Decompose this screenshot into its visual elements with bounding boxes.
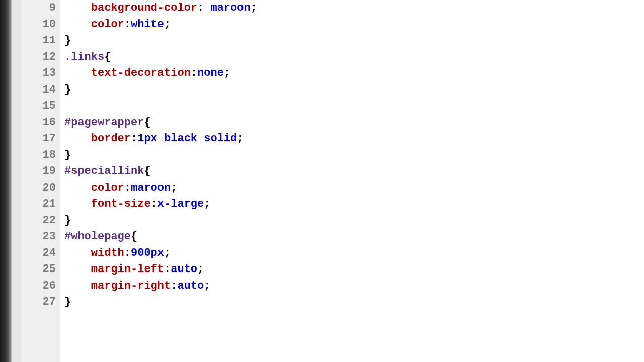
code-line[interactable] [64,98,644,115]
code-line[interactable]: #speciallink{ [64,163,644,180]
code-token: { [131,230,137,243]
code-token: ; [204,198,210,210]
code-token: : [124,18,131,31]
code-line[interactable]: font-size:x-large; [64,196,644,213]
line-number: 16 [21,115,60,131]
code-token: } [64,83,71,96]
code-token: : [131,132,137,145]
code-token [197,132,204,145]
line-number: 20 [21,180,60,197]
code-token: : [164,263,171,276]
code-line[interactable]: border:1px black solid; [64,131,644,147]
code-line[interactable]: background-color: maroon; [64,0,644,17]
line-number: 25 [21,261,60,278]
code-token: x-large [157,198,204,210]
code-token: background-color [91,2,197,14]
code-token: ; [224,67,230,79]
code-token: : [197,2,210,14]
code-line[interactable]: margin-right:auto; [64,278,644,295]
line-number: 26 [21,278,60,295]
code-token: maroon [210,2,250,14]
code-line[interactable]: } [64,82,644,99]
code-token: width [91,247,124,259]
line-number: 13 [21,65,60,82]
code-token: color [91,182,124,194]
code-token: auto [171,263,197,276]
code-token: : [171,280,177,292]
code-token: auto [177,280,204,292]
code-line[interactable]: text-decoration:none; [64,65,644,82]
code-line[interactable]: } [64,147,644,164]
code-token: margin-left [91,263,164,276]
code-token: none [197,67,224,79]
code-token: { [144,165,150,177]
code-token: : [124,247,131,259]
code-token: : [151,198,157,210]
line-number: 23 [21,229,60,245]
code-line[interactable]: margin-left:auto; [64,261,644,278]
code-token: maroon [131,182,171,194]
line-number: 14 [21,82,60,99]
code-token: } [64,296,71,308]
line-number: 24 [21,245,60,262]
code-token: ; [164,18,171,31]
line-number-gutter: 9101112131415161718192021222324252627 [21,0,60,362]
line-number: 22 [21,213,60,229]
code-token: solid [204,132,237,145]
code-line[interactable]: color:white; [64,17,644,33]
code-token: ; [251,2,257,14]
code-token: border [91,132,131,145]
code-token: #pagewrapper [64,116,144,129]
code-token: } [64,214,71,227]
code-editor: 9101112131415161718192021222324252627 ba… [0,0,644,362]
line-number: 27 [21,294,60,311]
code-token: : [124,182,131,194]
code-token: ; [197,263,204,276]
window-chrome-strip [0,0,12,362]
line-number: 11 [21,33,60,49]
code-token: } [64,34,71,47]
code-token: ; [204,280,210,292]
code-token: : [191,67,197,79]
code-area[interactable]: background-color: maroon;color:white;}.l… [60,0,644,362]
code-token: { [104,51,111,63]
line-number: 19 [21,163,60,180]
code-line[interactable]: width:900px; [64,245,644,262]
line-number: 9 [21,0,60,17]
code-line[interactable]: } [64,294,644,311]
code-token: 900px [131,247,164,259]
code-line[interactable]: } [64,213,644,229]
line-number: 12 [21,49,60,66]
code-line[interactable]: } [64,33,644,49]
code-token: ; [164,247,171,259]
code-line[interactable]: .links{ [64,49,644,66]
line-number: 21 [21,196,60,213]
code-token: margin-right [91,280,171,292]
code-token: black [164,132,197,145]
line-number: 15 [21,98,60,115]
code-token: ; [171,182,177,194]
code-token: font-size [91,198,151,210]
code-token: color [91,18,124,31]
line-number: 18 [21,147,60,164]
code-token: #wholepage [64,230,131,243]
code-token: #speciallink [64,165,144,177]
code-line[interactable]: #wholepage{ [64,229,644,245]
code-line[interactable]: color:maroon; [64,180,644,197]
code-token: 1px [137,132,157,145]
code-line[interactable]: #pagewrapper{ [64,115,644,131]
editor-fold-margin[interactable] [12,0,21,362]
code-token: .links [64,51,104,63]
code-token: white [131,18,164,31]
line-number: 10 [21,17,60,33]
code-token: text-decoration [91,67,191,79]
line-number: 17 [21,131,60,147]
code-token: ; [237,132,244,145]
code-token [157,132,164,145]
code-token: } [64,149,71,161]
code-token: { [144,116,150,129]
